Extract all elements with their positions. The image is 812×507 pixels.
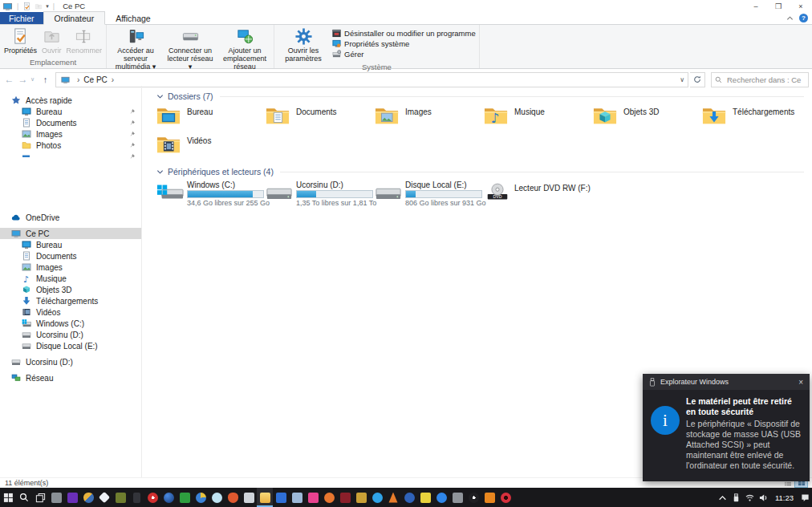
task-view-button[interactable] [32,488,48,507]
history-dropdown[interactable]: ∨ [30,76,38,83]
section-header-drives[interactable]: Périphériques et lecteurs (4) [156,167,806,176]
sidebar-item[interactable]: Photos [0,140,141,151]
blank-shortcut-icon[interactable] [35,2,43,11]
pin-icon[interactable] [129,153,136,160]
sidebar-item[interactable]: Ce PC [0,228,141,239]
folder-tile[interactable]: Objets 3D [593,105,702,132]
ribbon-tab[interactable]: Fichier [0,12,43,24]
folder-tile[interactable]: Documents [266,105,375,132]
taskbar-app[interactable] [160,488,177,507]
drive-tile[interactable]: Disque Local (E:) 806 Go libres sur 931 … [375,180,484,207]
address-dropdown-caret[interactable]: ∨ [680,76,684,83]
taskbar-app[interactable] [449,488,465,507]
folder-tile[interactable]: Images [375,105,484,132]
taskbar-app[interactable] [433,488,449,507]
drive-tile[interactable]: Ucorsinu (D:) 1,35 To libres sur 1,81 To [266,180,375,207]
taskbar-app[interactable] [128,488,144,507]
sidebar-item[interactable]: Téléchargements [0,295,141,306]
chevron-down-icon[interactable] [156,93,164,100]
ribbon-button[interactable]: Accéder au serveur multimédia ▾ [108,26,163,71]
minimize-button[interactable]: – [745,0,767,12]
sidebar-item[interactable]: Images [0,128,141,140]
forward-button[interactable]: → [17,73,29,86]
properties-shortcut-icon[interactable] [22,2,31,11]
taskbar-app[interactable] [64,488,80,507]
section-header-folders[interactable]: Dossiers (7) [156,91,806,101]
ribbon-button[interactable]: Connecter un lecteur réseau ▾ [163,26,217,71]
taskbar-app[interactable] [112,488,128,507]
folder-tile[interactable]: Musique [484,105,593,132]
sidebar-item[interactable]: Objets 3D [0,284,141,295]
search-input[interactable] [725,75,805,85]
taskbar-app[interactable] [337,488,353,507]
taskbar-search-button[interactable] [16,488,32,507]
drive-tile[interactable]: Windows (C:) 34,6 Go libres sur 255 Go [156,180,266,207]
ribbon-button[interactable]: Ouvrir [39,26,64,55]
folder-tile[interactable]: Vidéos [156,134,266,160]
taskbar-app[interactable] [353,488,369,507]
drive-tile[interactable]: Lecteur DVD RW (F:) [484,180,593,207]
taskbar-app[interactable] [96,488,112,507]
taskbar-app[interactable] [241,488,257,507]
ribbon-button[interactable]: Ajouter un emplacement réseau [217,26,272,71]
search-box[interactable] [711,72,809,87]
taskbar-app[interactable] [257,488,273,507]
sidebar-item[interactable]: Ucorsinu (D:) [0,356,141,367]
ribbon-button[interactable]: Ouvrir les paramètres [276,26,331,63]
taskbar-app[interactable] [48,488,64,507]
tray-expand-button[interactable] [716,488,729,507]
tray-network[interactable] [743,488,757,507]
ribbon-button[interactable]: Propriétés [2,26,39,55]
taskbar-app[interactable] [465,488,481,507]
restore-button[interactable]: ❒ [767,0,790,12]
ribbon-small-button[interactable]: Propriétés système [332,39,476,49]
ribbon-button[interactable]: Renommer [64,26,105,55]
sidebar-item[interactable]: Réseau [0,372,141,383]
sidebar-item[interactable]: Ucorsinu (D:) [0,329,141,340]
clock[interactable]: 11:23 [770,493,798,502]
taskbar-app[interactable] [401,488,417,507]
up-button[interactable]: ↑ [39,75,51,84]
sidebar-item[interactable]: Bureau [0,239,141,250]
address-bar[interactable]: › Ce PC › ∨ [55,72,688,87]
taskbar-app[interactable] [289,488,305,507]
sidebar-item[interactable] [0,151,141,162]
sidebar-item[interactable]: OneDrive [0,212,141,223]
sidebar-item[interactable]: Windows (C:) [0,318,141,329]
tray-volume[interactable] [757,488,770,507]
ribbon-small-button[interactable]: Désinstaller ou modifier un programme [332,28,476,39]
taskbar-app[interactable] [273,488,289,507]
taskbar-app[interactable] [177,488,193,507]
taskbar-app[interactable] [321,488,337,507]
pin-icon[interactable] [129,142,136,148]
sidebar-item[interactable]: Accès rapide [0,95,141,106]
taskbar-app[interactable] [209,488,225,507]
sidebar-item[interactable]: Documents [0,117,141,128]
folder-tile[interactable]: Bureau [156,105,266,132]
sidebar-item[interactable]: Documents [0,250,141,262]
back-button[interactable]: ← [3,73,15,86]
taskbar-app[interactable] [80,488,96,507]
sidebar-item[interactable]: Bureau [0,106,141,117]
ribbon-tab[interactable]: Affichage [105,12,161,24]
sidebar-item[interactable]: Images [0,262,141,273]
toast-notification[interactable]: Explorateur Windows × i Le matériel peut… [643,374,810,481]
folder-tile[interactable]: Téléchargements [702,105,811,132]
help-icon[interactable]: ? [799,14,808,22]
taskbar-app[interactable] [144,488,160,507]
refresh-button[interactable] [690,72,705,87]
start-button[interactable] [0,488,16,507]
taskbar-app[interactable] [225,488,241,507]
ribbon-small-button[interactable]: Gérer [332,49,476,59]
action-center-button[interactable] [798,488,812,507]
breadcrumb[interactable]: Ce PC [83,75,107,84]
taskbar-app[interactable] [497,488,514,507]
collapse-ribbon-icon[interactable] [786,14,794,22]
sidebar-item[interactable]: Vidéos [0,306,141,318]
tray-usb[interactable] [729,488,743,507]
qat-dropdown-caret[interactable]: ▾ [46,3,49,10]
sidebar-item[interactable]: Musique [0,273,141,284]
close-button[interactable]: × [790,0,812,12]
pin-icon[interactable] [129,120,136,126]
sidebar-item[interactable]: Disque Local (E:) [0,340,141,351]
